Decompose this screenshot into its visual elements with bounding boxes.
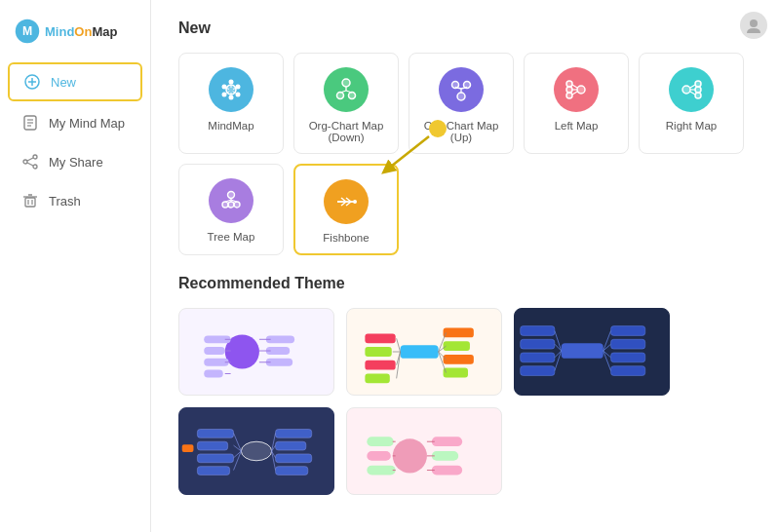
sidebar-item-trash[interactable]: Trash	[8, 183, 142, 218]
right-map-icon	[669, 67, 714, 112]
svg-rect-112	[611, 339, 645, 349]
svg-rect-93	[444, 368, 468, 378]
svg-rect-144	[432, 466, 462, 475]
right-map-label: Right Map	[666, 120, 717, 132]
map-card-right-map[interactable]: Right Map	[639, 53, 744, 154]
new-section-title: New	[178, 19, 752, 37]
theme-3-preview	[515, 309, 669, 395]
svg-line-101	[397, 352, 401, 378]
theme-1-preview	[179, 309, 333, 395]
sidebar-item-new-label: New	[51, 75, 76, 90]
svg-rect-89	[401, 345, 439, 359]
svg-point-11	[33, 165, 37, 169]
svg-rect-91	[444, 341, 470, 351]
svg-line-55	[690, 85, 695, 88]
file-icon	[21, 114, 39, 132]
svg-point-38	[457, 93, 465, 100]
sidebar-item-trash-label: Trash	[49, 194, 81, 209]
svg-rect-94	[365, 333, 395, 343]
svg-point-59	[222, 202, 228, 208]
svg-rect-111	[611, 326, 645, 336]
recommended-theme-title: Recommended Theme	[178, 275, 752, 292]
sidebar-item-my-mind-map[interactable]: My Mind Map	[8, 105, 142, 140]
map-card-tree-map[interactable]: Tree Map	[178, 164, 284, 255]
sidebar-item-my-share[interactable]: My Share	[8, 144, 142, 179]
svg-rect-126	[276, 454, 312, 463]
svg-rect-110	[521, 366, 555, 376]
svg-point-60	[228, 202, 234, 208]
map-card-org-chart-up[interactable]: Org-Chart Map (Up)	[409, 53, 514, 154]
svg-rect-125	[276, 441, 306, 450]
svg-rect-95	[365, 347, 391, 357]
map-card-fishbone[interactable]: Fishbone	[293, 164, 399, 255]
theme-card-2[interactable]	[346, 308, 502, 396]
theme-2-preview	[347, 309, 501, 395]
svg-line-136	[234, 451, 242, 471]
sidebar: M MindOnMap New My Mind Map My Share	[0, 0, 151, 532]
svg-point-25	[222, 85, 227, 90]
svg-rect-114	[611, 366, 645, 376]
svg-point-33	[337, 93, 344, 99]
map-card-org-chart-down[interactable]: Org-Chart Map (Down)	[293, 53, 399, 154]
theme-card-5[interactable]	[346, 407, 502, 495]
svg-line-98	[397, 338, 401, 352]
fishbone-label: Fishbone	[323, 232, 369, 244]
svg-point-32	[342, 79, 350, 87]
logo: M MindOnMap	[0, 10, 150, 60]
svg-line-12	[27, 158, 33, 161]
theme-card-4[interactable]	[178, 407, 334, 495]
svg-text:M: M	[22, 24, 32, 38]
svg-point-10	[23, 160, 27, 164]
svg-rect-79	[204, 347, 225, 355]
svg-point-21	[236, 85, 241, 90]
svg-rect-14	[25, 198, 35, 207]
svg-point-61	[234, 202, 240, 208]
mindmap-label: MindMap	[208, 120, 253, 132]
logo-text: MindOnMap	[45, 24, 117, 39]
svg-point-45	[566, 81, 572, 87]
user-avatar[interactable]	[740, 12, 767, 39]
sidebar-item-new[interactable]: New	[8, 62, 142, 101]
org-chart-up-icon	[439, 67, 484, 112]
sidebar-item-my-mind-map-label: My Mind Map	[49, 116, 125, 131]
svg-line-48	[572, 85, 577, 88]
user-avatar-area[interactable]	[740, 12, 767, 39]
svg-point-54	[695, 93, 701, 98]
svg-rect-113	[611, 353, 645, 362]
svg-point-53	[695, 87, 701, 93]
svg-point-9	[33, 155, 37, 159]
svg-rect-92	[444, 355, 474, 364]
map-card-mindmap[interactable]: MindMap	[178, 53, 284, 154]
svg-rect-132	[182, 444, 194, 452]
fishbone-icon	[324, 179, 369, 224]
svg-rect-108	[521, 339, 555, 349]
svg-rect-90	[444, 328, 474, 338]
svg-rect-145	[367, 437, 393, 446]
theme-card-3[interactable]	[514, 308, 670, 396]
theme-4-preview	[179, 408, 333, 494]
svg-rect-130	[197, 454, 233, 463]
theme-grid	[178, 308, 752, 495]
svg-point-24	[222, 93, 227, 97]
theme-card-1[interactable]	[178, 308, 334, 396]
left-map-label: Left Map	[555, 120, 599, 132]
svg-point-22	[236, 93, 241, 97]
main-content: New MindMap Org-Chart Map (Down)	[151, 0, 779, 532]
svg-point-23	[229, 95, 234, 100]
tree-map-icon	[209, 178, 253, 223]
svg-rect-142	[432, 437, 462, 446]
svg-rect-129	[197, 441, 227, 450]
svg-point-52	[695, 81, 701, 87]
map-card-left-map[interactable]: Left Map	[524, 53, 629, 154]
svg-point-47	[566, 93, 572, 98]
svg-rect-131	[197, 467, 229, 475]
svg-rect-81	[204, 370, 223, 378]
svg-point-58	[228, 192, 235, 199]
svg-rect-143	[432, 451, 458, 461]
svg-point-141	[393, 438, 427, 473]
org-chart-up-label: Org-Chart Map (Up)	[417, 120, 505, 143]
share-icon	[21, 153, 39, 171]
svg-point-20	[229, 80, 234, 85]
svg-rect-97	[365, 373, 389, 383]
svg-point-123	[241, 441, 271, 461]
